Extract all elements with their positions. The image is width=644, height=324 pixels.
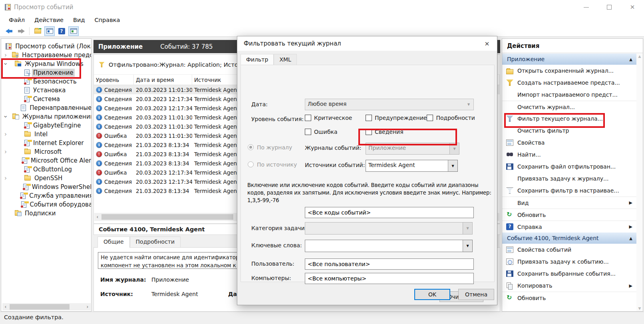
- tree-item[interactable]: Приложение: [1, 68, 91, 77]
- tab-filter[interactable]: Фильтр: [241, 54, 274, 65]
- show-console-tree-button[interactable]: [44, 26, 55, 36]
- actions-section-header-event[interactable]: Событие 4100, Termidesk Agent ▲: [502, 233, 636, 244]
- action-item[interactable]: Копировать ▶: [502, 280, 636, 292]
- close-button[interactable]: ✕: [621, 0, 644, 14]
- action-item[interactable]: Справка ▶: [502, 221, 636, 233]
- by-source-radio[interactable]: [248, 161, 254, 167]
- back-button[interactable]: [4, 26, 14, 36]
- menu-item[interactable]: Файл: [4, 15, 30, 25]
- action-item[interactable]: Вид ▶: [502, 197, 636, 209]
- scroll-left-icon[interactable]: ‹: [2, 303, 9, 310]
- maximize-button[interactable]: [598, 0, 621, 14]
- tree-item[interactable]: Система: [1, 95, 91, 103]
- computers-input[interactable]: [305, 273, 474, 284]
- show-action-pane-button[interactable]: [68, 26, 79, 36]
- action-item[interactable]: Сохранить выбранные события... ▶: [502, 268, 636, 280]
- tree-item[interactable]: Журналы Windows: [1, 60, 91, 68]
- checkbox[interactable]: [366, 129, 372, 135]
- event-level-option[interactable]: Предупреждение: [366, 115, 427, 121]
- action-item[interactable]: Свойства событий ▶: [502, 244, 636, 256]
- action-item[interactable]: Открыть сохраненный журнал... ▶: [502, 65, 636, 77]
- action-item[interactable]: Привязать задачу к событию... ▶: [502, 256, 636, 268]
- actions-section-header-application[interactable]: Приложение ▲: [502, 54, 636, 65]
- tree-item[interactable]: Служба управления кл: [1, 191, 91, 200]
- by-log-radio[interactable]: [248, 144, 254, 150]
- dialog-close-button[interactable]: ✕: [483, 40, 491, 48]
- action-item[interactable]: Обновить ▶: [502, 292, 636, 304]
- event-level-option[interactable]: Сведения: [366, 129, 403, 135]
- tree-item[interactable]: Безопасность: [1, 77, 91, 86]
- open-saved-log-button[interactable]: [32, 26, 43, 36]
- event-level-option[interactable]: Ошибка: [305, 129, 366, 135]
- menu-item[interactable]: Справка: [89, 15, 125, 25]
- ok-button[interactable]: OK: [414, 289, 450, 300]
- tab-general[interactable]: Общие: [97, 237, 130, 248]
- tree-item[interactable]: Microsoft: [1, 147, 91, 156]
- tree-item[interactable]: Журналы приложений и с: [1, 112, 91, 121]
- tree-item[interactable]: GigabyteEngine: [1, 121, 91, 130]
- checkbox[interactable]: [305, 129, 311, 135]
- tree-item[interactable]: Просмотр событий (Локальнь: [1, 42, 91, 51]
- tree-horizontal-scrollbar[interactable]: ‹ ›: [2, 303, 91, 310]
- event-ids-input[interactable]: [305, 207, 474, 218]
- user-input[interactable]: [305, 258, 474, 270]
- scroll-right-icon[interactable]: ›: [84, 303, 91, 310]
- action-item[interactable]: Привязать задачу к журналу... ▶: [502, 173, 636, 185]
- event-sources-dropdown[interactable]: Termidesk Agent ▼: [366, 160, 458, 172]
- tree-expander-icon[interactable]: [4, 114, 8, 119]
- actions-scrollbar[interactable]: ▲ ▼: [636, 54, 643, 311]
- tree-expander-icon[interactable]: [3, 150, 8, 154]
- action-item[interactable]: Очистить фильтр ▶: [502, 125, 636, 137]
- tree-expander-icon[interactable]: [4, 62, 8, 66]
- collapse-icon[interactable]: ▲: [629, 236, 632, 241]
- column-header-datetime[interactable]: Дата и время: [134, 75, 192, 85]
- event-level-option[interactable]: Подробности: [427, 115, 475, 121]
- action-item[interactable]: Импорт настраиваемого предст... ▶: [502, 89, 636, 101]
- tree-item[interactable]: Установка: [1, 86, 91, 95]
- tree-item[interactable]: Microsoft Office Alerts: [1, 156, 91, 165]
- action-item[interactable]: Сохранить фильтр в настраивае... ▶: [502, 185, 636, 197]
- action-item[interactable]: Свойства ▶: [502, 137, 636, 149]
- tree-expander-icon[interactable]: [3, 176, 8, 180]
- tree-expander-icon[interactable]: [3, 53, 8, 57]
- action-item[interactable]: Найти... ▶: [502, 149, 636, 161]
- scroll-up-icon[interactable]: ▲: [636, 54, 643, 58]
- collapse-icon[interactable]: ▲: [629, 57, 632, 62]
- by-source-label: По источнику: [257, 161, 297, 168]
- tree-item[interactable]: Intel: [1, 130, 91, 139]
- scrollbar-thumb[interactable]: [10, 304, 70, 310]
- menu-item[interactable]: Действие: [30, 15, 68, 25]
- tree-item[interactable]: OcButtonLog: [1, 165, 91, 174]
- minimize-button[interactable]: [574, 0, 598, 14]
- column-header-level[interactable]: Уровень: [94, 75, 134, 85]
- action-item[interactable]: Фильтр текущего журнала... ▶: [502, 113, 636, 125]
- scroll-left-icon[interactable]: ‹: [94, 213, 101, 221]
- event-level-option[interactable]: Критическое: [305, 115, 366, 121]
- tree-expander-icon[interactable]: [3, 132, 8, 136]
- tree-item[interactable]: Internet Explorer: [1, 139, 91, 147]
- cancel-button[interactable]: Отмена: [458, 289, 494, 300]
- menu-item[interactable]: Вид: [68, 15, 89, 25]
- checkbox[interactable]: [427, 115, 433, 121]
- checkbox[interactable]: [366, 115, 372, 121]
- logged-date-dropdown[interactable]: Любое время ▼: [305, 99, 474, 110]
- forward-button[interactable]: [16, 26, 26, 36]
- help-button[interactable]: ?: [56, 26, 67, 36]
- tree-item[interactable]: События оборудовани: [1, 200, 91, 209]
- action-item[interactable]: Обновить ▶: [502, 209, 636, 221]
- tab-xml[interactable]: XML: [274, 54, 296, 65]
- tab-details[interactable]: Подробности: [130, 237, 181, 248]
- tree-item[interactable]: Настраиваемые представл: [1, 51, 91, 60]
- checkbox[interactable]: [305, 115, 311, 121]
- event-level: Сведения: [104, 160, 132, 167]
- scrollbar-thumb[interactable]: [101, 214, 233, 220]
- tree-item[interactable]: Windows PowerShell: [1, 183, 91, 191]
- action-item[interactable]: Очистить журнал... ▶: [502, 101, 636, 113]
- keywords-dropdown[interactable]: ▼: [305, 240, 473, 252]
- tree-item[interactable]: Подписки: [1, 209, 91, 218]
- action-item[interactable]: Сохранить файл отфильтрован... ▶: [502, 161, 636, 173]
- tree-item[interactable]: OpenSSH: [1, 174, 91, 183]
- scroll-down-icon[interactable]: ▼: [636, 306, 643, 310]
- tree-item[interactable]: Перенаправленные со: [1, 103, 91, 112]
- action-item[interactable]: Создать настраиваемое предста... ▶: [502, 77, 636, 89]
